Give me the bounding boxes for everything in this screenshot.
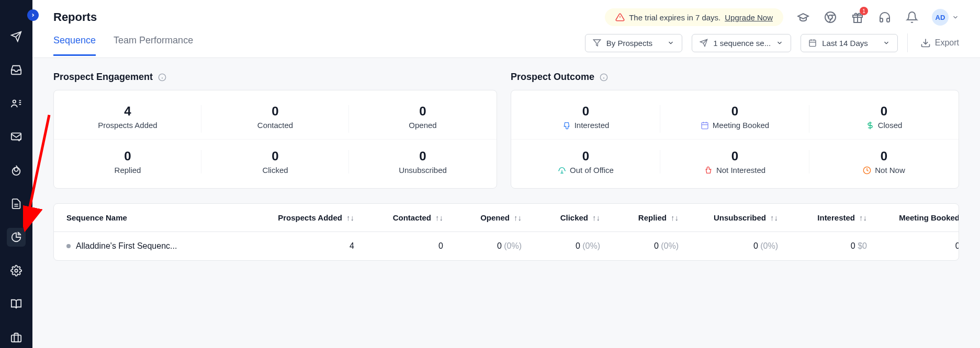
headset-icon[interactable] xyxy=(877,10,892,25)
outcome-title: Prospect Outcome xyxy=(511,72,959,83)
sidebar-expand-button[interactable] xyxy=(27,9,39,21)
trial-banner: The trial expires in 7 days. Upgrade Now xyxy=(605,8,783,26)
stat-out-of-office[interactable]: 0Out of Office xyxy=(511,144,660,180)
table-row[interactable]: Alladdine's First Sequenc... 4 0 0 (0%) … xyxy=(54,232,959,260)
stat-interested[interactable]: 0Interested xyxy=(511,99,660,140)
tabs: Sequence Team Performance xyxy=(53,35,193,56)
svg-rect-23 xyxy=(809,40,816,47)
trial-text: The trial expires in 7 days. xyxy=(629,13,720,22)
stat-replied[interactable]: 0Replied xyxy=(54,144,201,180)
outcome-icon xyxy=(562,121,571,130)
filter-by-prospects[interactable]: By Prospects xyxy=(585,34,682,52)
tab-team-performance[interactable]: Team Performance xyxy=(114,35,193,56)
nav-reports-icon[interactable] xyxy=(7,228,26,247)
chevron-down-icon xyxy=(667,39,674,47)
status-dot xyxy=(66,244,71,248)
cell-clicked: 0 (0%) xyxy=(522,241,600,251)
svg-line-18 xyxy=(829,18,832,22)
chevron-down-icon xyxy=(952,14,959,21)
th-replied[interactable]: Replied↑↓ xyxy=(600,213,679,222)
outcome-card: 0Interested0Meeting Booked0Closed0Out of… xyxy=(511,90,959,189)
cell-replied: 0 (0%) xyxy=(600,241,679,251)
sort-icon: ↑↓ xyxy=(346,213,354,222)
outcome-icon xyxy=(701,121,709,130)
stat-opened[interactable]: 0Opened xyxy=(349,99,497,140)
table-header: Sequence Name Prospects Added↑↓ Contacte… xyxy=(54,204,959,232)
gift-icon[interactable]: 1 xyxy=(850,10,865,25)
engagement-title: Prospect Engagement xyxy=(53,72,497,83)
avatar: AD xyxy=(932,9,949,26)
topbar: Reports The trial expires in 7 days. Upg… xyxy=(32,0,980,58)
th-meeting[interactable]: Meeting Booked↑↓ xyxy=(867,213,959,222)
nav-send-icon[interactable] xyxy=(7,27,26,46)
nav-briefcase-icon[interactable] xyxy=(7,328,26,347)
nav-settings-icon[interactable] xyxy=(7,261,26,280)
outcome-icon xyxy=(558,166,566,175)
chevron-down-icon xyxy=(883,39,890,47)
sort-icon: ↑↓ xyxy=(770,213,778,222)
outcome-icon xyxy=(704,166,713,175)
tab-sequence[interactable]: Sequence xyxy=(53,35,96,56)
svg-line-39 xyxy=(558,170,559,171)
sidebar xyxy=(0,0,32,348)
stat-clicked[interactable]: 0Clicked xyxy=(201,144,349,180)
th-opened[interactable]: Opened↑↓ xyxy=(443,213,522,222)
academy-icon[interactable] xyxy=(796,10,810,25)
info-icon[interactable] xyxy=(600,73,608,82)
nav-document-icon[interactable] xyxy=(7,194,26,213)
user-menu[interactable]: AD xyxy=(932,9,959,26)
nav-people-icon[interactable] xyxy=(7,94,26,113)
cell-opened: 0 (0%) xyxy=(443,241,522,251)
filter-sequence[interactable]: 1 sequence se... xyxy=(692,34,791,52)
svg-rect-4 xyxy=(12,133,21,140)
sort-icon: ↑↓ xyxy=(592,213,600,222)
stat-contacted[interactable]: 0Contacted xyxy=(201,99,349,140)
th-clicked[interactable]: Clicked↑↓ xyxy=(522,213,600,222)
nav-inbox-icon[interactable] xyxy=(7,61,26,79)
svg-point-8 xyxy=(15,269,18,272)
upgrade-link[interactable]: Upgrade Now xyxy=(725,13,773,22)
cell-contacted: 0 xyxy=(354,241,443,251)
th-contacted[interactable]: Contacted↑↓ xyxy=(354,213,443,222)
info-icon[interactable] xyxy=(158,73,166,82)
stat-closed[interactable]: 0Closed xyxy=(809,99,959,140)
stat-unsubscribed[interactable]: 0Unsubscribed xyxy=(349,144,497,180)
sequence-table: Sequence Name Prospects Added↑↓ Contacte… xyxy=(53,203,959,261)
stat-meeting-booked[interactable]: 0Meeting Booked xyxy=(660,99,809,140)
th-added[interactable]: Prospects Added↑↓ xyxy=(255,213,354,222)
svg-point-0 xyxy=(13,100,16,103)
export-button[interactable]: Export xyxy=(907,33,959,52)
browser-icon[interactable] xyxy=(823,10,838,25)
page-title: Reports xyxy=(53,10,97,24)
svg-rect-34 xyxy=(702,122,708,129)
filter-label: By Prospects xyxy=(606,39,652,48)
cell-meeting: 0 $0 xyxy=(867,241,959,251)
cell-interested: 0 $0 xyxy=(778,241,867,251)
outcome-icon xyxy=(866,121,874,130)
outcome-icon xyxy=(863,166,871,175)
th-name: Sequence Name xyxy=(66,213,255,222)
cell-unsub: 0 (0%) xyxy=(679,241,778,251)
bell-icon[interactable] xyxy=(905,10,919,25)
chevron-down-icon xyxy=(776,39,783,47)
stat-not-now[interactable]: 0Not Now xyxy=(809,144,959,180)
export-label: Export xyxy=(935,38,959,48)
stat-prospects-added[interactable]: 4Prospects Added xyxy=(54,99,201,140)
nav-fire-icon[interactable] xyxy=(7,161,26,180)
stat-not-interested[interactable]: 0Not Interested xyxy=(660,144,809,180)
th-interested[interactable]: Interested↑↓ xyxy=(778,213,867,222)
th-unsub[interactable]: Unsubscribed↑↓ xyxy=(679,213,778,222)
svg-line-40 xyxy=(565,170,565,171)
warning-icon xyxy=(615,13,625,22)
filter-label: Last 14 Days xyxy=(822,39,868,48)
filter-date-range[interactable]: Last 14 Days xyxy=(801,34,898,52)
engagement-card: 4Prospects Added0Contacted0Opened0Replie… xyxy=(53,90,497,189)
cell-added: 4 xyxy=(255,241,354,251)
send-icon xyxy=(700,39,708,47)
sort-icon: ↑↓ xyxy=(671,213,679,222)
gift-badge: 1 xyxy=(860,7,868,15)
funnel-icon xyxy=(593,39,601,47)
download-icon xyxy=(920,38,931,48)
nav-book-icon[interactable] xyxy=(7,295,26,314)
nav-mail-icon[interactable] xyxy=(7,127,26,146)
